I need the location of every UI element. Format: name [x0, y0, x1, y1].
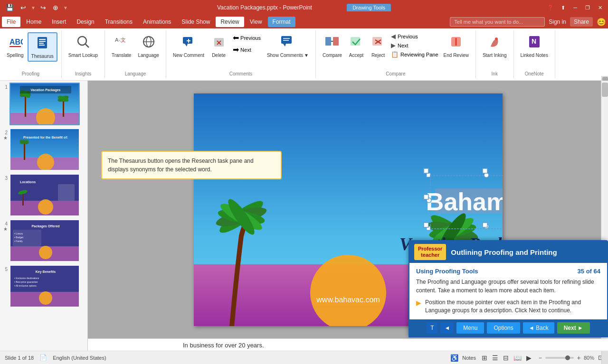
footer-content: In business for over 20 years.: [183, 342, 264, 349]
slide-img-2[interactable]: Presented for the Benefit of:: [10, 128, 80, 171]
prof-menu-btn[interactable]: Menu: [456, 322, 484, 334]
menu-animations[interactable]: Animations: [138, 17, 176, 27]
undo-dropdown[interactable]: ▼: [31, 5, 36, 10]
prof-prev-arrow-btn[interactable]: ◄: [440, 322, 454, 334]
slide-thumb-3[interactable]: 3 Locations: [2, 174, 86, 216]
menu-review[interactable]: Review: [216, 17, 244, 27]
drawing-tools-tab[interactable]: Drawing Tools: [347, 4, 391, 11]
menu-insert[interactable]: Insert: [47, 17, 71, 27]
prof-subtitle: Using Proofing Tools: [416, 268, 478, 275]
zoom-out-btn[interactable]: －: [537, 354, 543, 362]
menu-file[interactable]: File: [2, 17, 20, 27]
zoom-level: 80%: [584, 355, 594, 361]
slide-panel: 1: [0, 81, 88, 351]
show-comments-label: Show Comments▼: [267, 53, 309, 58]
prof-next-btn[interactable]: Next ►: [557, 322, 590, 334]
slide-thumb-4[interactable]: 4★ Packages Offered • Luxury • Budget • …: [2, 219, 86, 262]
language-status: English (United States): [53, 355, 106, 361]
redo-quick-btn[interactable]: ↪: [38, 3, 48, 12]
comments-next-btn[interactable]: ➡ Next: [230, 44, 263, 55]
zoom-thumb[interactable]: [565, 355, 570, 360]
prev-next-col: ⬅ Previous ➡ Next: [230, 32, 263, 55]
new-comment-btn[interactable]: New Comment: [170, 32, 207, 60]
slideshow-btn[interactable]: ▶: [524, 353, 533, 363]
qa-dropdown[interactable]: ▼: [63, 5, 68, 10]
compare-prev-item[interactable]: ◀ Previous: [390, 32, 440, 40]
tooltip-text: The Thesaurus button opens the Research …: [108, 158, 254, 173]
thesaurus-label: Thesaurus: [31, 54, 54, 59]
prof-t-btn[interactable]: T: [427, 322, 437, 334]
minimize-btn[interactable]: ─: [571, 3, 580, 12]
spelling-btn[interactable]: ABC Spelling: [4, 32, 27, 60]
svg-point-78: [39, 291, 52, 305]
slide-img-1[interactable]: Vacation Packages: [10, 83, 80, 125]
ribbon-display-btn[interactable]: ⬆: [559, 3, 567, 12]
translate-btn[interactable]: A 文 Translate: [109, 32, 134, 60]
slide-thumb-1[interactable]: 1: [2, 83, 86, 125]
menu-home[interactable]: Home: [21, 17, 46, 27]
thesaurus-btn[interactable]: Thesaurus: [28, 32, 57, 62]
ribbon-group-language: A 文 Translate Language Languag: [105, 30, 166, 78]
menu-design[interactable]: Design: [72, 17, 99, 27]
slide-img-4[interactable]: Packages Offered • Luxury • Budget • Fam…: [10, 219, 80, 262]
slide-img-5[interactable]: Key Benefits • Exclusive destinations • …: [10, 265, 80, 308]
slide-img-3[interactable]: Locations: [10, 174, 80, 216]
undo-quick-btn[interactable]: ↩: [19, 3, 28, 12]
emoji-icon: 😊: [597, 18, 606, 27]
svg-rect-95: [427, 173, 430, 177]
menu-format[interactable]: Format: [268, 17, 295, 27]
comments-previous-btn[interactable]: ⬅ Previous: [230, 32, 263, 43]
prof-header: Professor teacher Outlining Proofing and…: [409, 241, 607, 263]
delete-btn[interactable]: Delete: [208, 32, 229, 60]
outline-view-btn[interactable]: ☰: [490, 353, 500, 363]
file-title: Vacation Packages.pptx - PowerPoint: [217, 4, 312, 11]
search-input[interactable]: [450, 17, 545, 27]
next-icon: ➡: [233, 45, 239, 54]
svg-rect-114: [483, 223, 487, 227]
menu-slideshow[interactable]: Slide Show: [177, 17, 215, 27]
reading-view-btn[interactable]: 📖: [512, 353, 523, 363]
share-btn[interactable]: Share: [570, 17, 593, 27]
compare-next-item[interactable]: ▶ Next: [390, 41, 440, 49]
svg-point-52: [37, 154, 54, 171]
prof-back-btn[interactable]: ◄ Back: [523, 322, 554, 334]
zoom-slider[interactable]: [545, 357, 574, 359]
prof-bullet: ▶ Position the mouse pointer over each i…: [416, 299, 600, 315]
start-inking-btn[interactable]: Start Inking: [480, 32, 510, 60]
accept-label: Accept: [349, 53, 364, 58]
slide-thumb-2[interactable]: 2★ Presented for the Benefit o: [2, 128, 86, 171]
accept-btn[interactable]: Accept: [346, 32, 367, 60]
reject-btn[interactable]: Reject: [368, 32, 389, 60]
customize-quick-btn[interactable]: ⊕: [51, 3, 60, 12]
menu-view[interactable]: View: [245, 17, 267, 27]
restore-btn[interactable]: ❐: [583, 3, 592, 12]
svg-rect-27: [333, 37, 339, 46]
language-btn[interactable]: Language: [135, 32, 162, 60]
compare-icon: [324, 34, 340, 52]
signin-link[interactable]: Sign in: [549, 19, 566, 25]
reviewing-pane-item[interactable]: 📋 Reviewing Pane: [390, 50, 440, 58]
end-review-btn[interactable]: End Review: [441, 32, 472, 60]
prof-options-btn[interactable]: Options: [487, 322, 520, 334]
professor-panel: Professor teacher Outlining Proofing and…: [408, 240, 608, 337]
compare-btn[interactable]: Compare: [320, 32, 345, 60]
zoom-in-btn[interactable]: ＋: [576, 354, 582, 362]
close-btn[interactable]: ✕: [596, 3, 604, 12]
smart-lookup-btn[interactable]: Smart Lookup: [66, 32, 101, 60]
save-quick-btn[interactable]: 💾: [4, 3, 16, 12]
notes-btn[interactable]: Notes: [462, 355, 476, 361]
show-comments-btn[interactable]: Show Comments▼: [264, 32, 312, 60]
menu-right: Sign in Share 😊: [450, 17, 606, 27]
slide-thumb-5[interactable]: 5 Key Benefits • Exclusive destinations …: [2, 265, 86, 308]
normal-view-btn[interactable]: ⊞: [480, 353, 489, 363]
linked-notes-btn[interactable]: N Linked Notes: [518, 32, 551, 60]
help-btn[interactable]: ❓: [546, 3, 555, 12]
language-label: Language: [138, 53, 159, 58]
prof-bullet-icon: ▶: [416, 299, 421, 307]
prof-title: Outlining Proofing and Printing: [451, 248, 557, 256]
svg-text:• All-inclusive options: • All-inclusive options: [14, 284, 37, 287]
menu-transitions[interactable]: Transitions: [100, 17, 137, 27]
slide-info: Slide 1 of 18: [5, 355, 34, 361]
slide-sorter-btn[interactable]: ⊟: [501, 353, 511, 363]
compare-nav-col: ◀ Previous ▶ Next 📋 Reviewing Pane: [390, 32, 440, 58]
